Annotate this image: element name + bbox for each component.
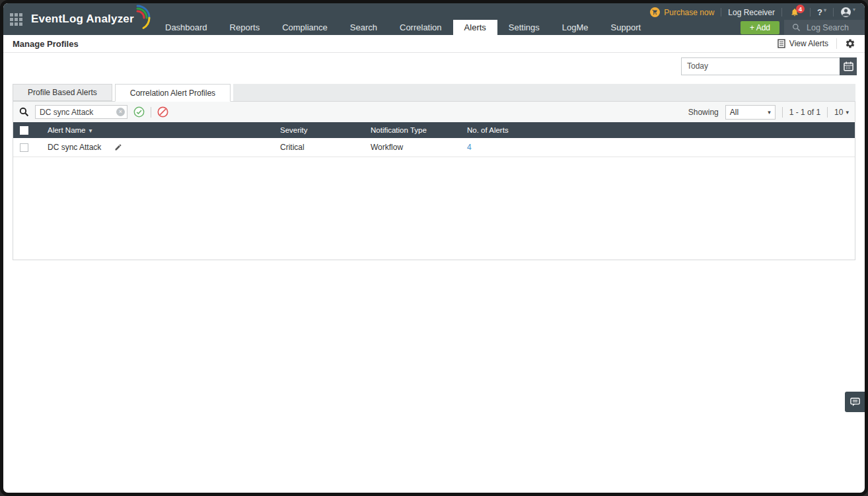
help-icon: ? [817,7,822,17]
user-account-menu[interactable]: ▾ [840,7,855,18]
app-header: EventLog Analyzer Purchase now Lo [3,3,865,35]
log-receiver-link[interactable]: Log Receiver [728,8,775,17]
search-icon [792,23,801,32]
filter-select[interactable]: All ▾ [725,105,776,120]
column-header-severity[interactable]: Severity [273,126,364,134]
log-search-label: Log Search [807,23,849,32]
nav-spacer [652,20,741,35]
notification-count-badge: 4 [796,5,805,13]
date-range-value[interactable]: Today [681,57,840,75]
main-navigation: Dashboard Reports Compliance Search Corr… [154,20,865,35]
nav-tab-search[interactable]: Search [339,20,388,35]
page-title-bar: Manage Profiles View Alerts [3,35,865,53]
purchase-now-link[interactable]: Purchase now [650,7,714,17]
date-filter-row: Today [3,53,865,79]
notification-type-cell: Workflow [364,143,460,152]
divider [781,8,782,17]
showing-label: Showing [688,108,719,117]
app-launcher-grid-icon[interactable] [10,13,22,26]
column-header-notification-type[interactable]: Notification Type [364,126,460,134]
tab-correlation-alert-profiles[interactable]: Correlation Alert Profiles [115,84,231,102]
header-utility-bar: Purchase now Log Receiver 4 ? ▾ [154,5,865,20]
column-label: Alert Name [48,126,86,134]
divider [833,8,834,17]
toolbar-left: × [19,105,168,119]
sort-caret-icon: ▾ [89,127,92,134]
calendar-button[interactable] [840,57,857,75]
avatar-icon [840,7,851,18]
toolbar-right: Showing All ▾ 1 - 1 of 1 10 ▾ [688,105,849,120]
app-window: EventLog Analyzer Purchase now Lo [0,0,868,496]
page-size-value: 10 [834,108,843,117]
help-menu[interactable]: ? ▾ [817,7,826,17]
page-title: Manage Profiles [13,39,79,49]
alert-search-input[interactable] [35,105,127,119]
cart-icon [650,7,660,17]
nav-tab-dashboard[interactable]: Dashboard [154,20,219,35]
column-header-no-of-alerts[interactable]: No. of Alerts [460,126,855,134]
divider [782,107,783,118]
chevron-down-icon: ▾ [846,109,849,116]
nav-tab-logme[interactable]: LogMe [551,20,600,35]
table-toolbar: × Showing [13,102,855,122]
header-main: Purchase now Log Receiver 4 ? ▾ [154,3,865,35]
view-alerts-label: View Alerts [789,39,828,48]
nav-tab-compliance[interactable]: Compliance [271,20,339,35]
settings-gear-icon[interactable] [845,38,855,49]
purchase-now-label: Purchase now [664,8,714,17]
tabs-filler [233,84,855,101]
title-bar-actions: View Alerts [778,38,855,49]
severity-cell: Critical [273,143,364,152]
logo-swoosh-icon [129,4,151,30]
nav-tab-reports[interactable]: Reports [219,20,271,35]
product-name: EventLog Analyzer [31,13,134,25]
enable-alert-icon[interactable] [133,106,145,118]
divider [721,8,721,17]
calendar-icon [844,61,853,71]
alerts-panel: × Showing [13,101,855,260]
log-search-button[interactable]: Log Search [784,20,865,35]
chevron-down-icon: ▾ [824,7,826,14]
table-header-row: Alert Name ▾ Severity Notification Type … [13,122,855,138]
divider [827,107,828,118]
date-range-picker[interactable]: Today [681,57,857,75]
product-logo[interactable]: EventLog Analyzer [31,13,145,26]
nav-tab-correlation[interactable]: Correlation [388,20,453,35]
search-icon[interactable] [19,107,29,117]
add-button[interactable]: + Add [741,21,779,34]
alert-count-link[interactable]: 4 [467,143,472,152]
search-field-wrap: × [35,105,127,119]
row-checkbox[interactable] [20,143,28,152]
nav-tab-support[interactable]: Support [600,20,653,35]
divider [151,107,151,118]
page-size-select[interactable]: 10 ▾ [834,108,849,117]
alert-name[interactable]: DC sync Attack [48,143,101,152]
filter-select-value: All [730,108,739,117]
chevron-down-icon: ▾ [768,109,771,116]
chevron-down-icon: ▾ [853,7,855,13]
edit-pencil-icon[interactable] [114,143,122,151]
nav-tab-alerts[interactable]: Alerts [453,20,497,35]
disable-alert-icon[interactable] [157,106,168,118]
notifications-bell-icon[interactable]: 4 [790,7,799,17]
select-all-checkbox[interactable] [20,126,28,135]
feedback-chat-button[interactable] [845,392,865,412]
alert-tabs: Profile Based Alerts Correlation Alert P… [13,84,855,101]
nav-tab-settings[interactable]: Settings [497,20,551,35]
table-row: DC sync Attack Critical Workflow 4 [13,138,855,157]
divider [810,8,811,17]
pagination-range: 1 - 1 of 1 [789,108,820,117]
alert-count-cell: 4 [460,143,855,152]
logo-area: EventLog Analyzer [3,3,154,35]
tab-profile-based-alerts[interactable]: Profile Based Alerts [13,84,112,101]
view-alerts-button[interactable]: View Alerts [778,39,828,48]
clear-search-icon[interactable]: × [116,108,125,116]
alert-name-cell: DC sync Attack [41,143,273,152]
divider [836,38,837,49]
document-list-icon [778,39,785,48]
column-header-alert-name[interactable]: Alert Name ▾ [41,126,273,134]
chat-icon [850,398,860,407]
